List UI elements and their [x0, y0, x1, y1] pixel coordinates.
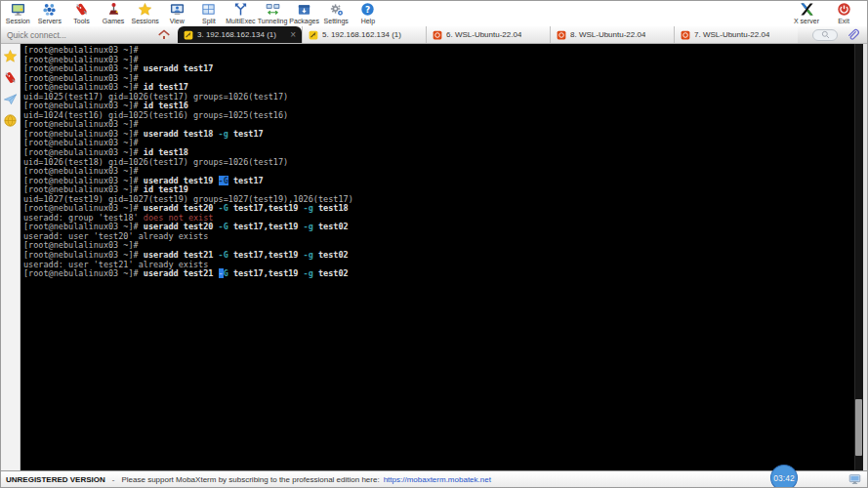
terminal-line: useradd: user 'test20' already exists [23, 232, 863, 242]
home-button[interactable] [153, 26, 175, 43]
toolbar-button-label: Session [6, 17, 30, 25]
toolbar-button-label: View [170, 17, 185, 25]
terminal-line: uid=1024(test16) gid=1025(test16) groups… [23, 111, 863, 121]
tabbar-extra [812, 26, 867, 43]
toolbar-button-label: Tools [73, 17, 89, 25]
x-server-icon [800, 2, 814, 17]
sessions-icon [138, 2, 152, 17]
toolbar-button-multiexec[interactable]: MultiExec [225, 1, 257, 25]
settings-icon [329, 2, 344, 17]
terminal-line: uid=1026(test18) gid=1026(test17) groups… [23, 158, 863, 168]
tab-label: 5. 192.168.162.134 (1) [322, 30, 401, 39]
svg-text:?: ? [365, 5, 370, 15]
toolbar-button-label: Games [103, 17, 125, 25]
toolbar-button-settings[interactable]: Settings [320, 1, 352, 25]
toolbar-button-label: Help [361, 17, 375, 25]
separator: - [112, 475, 115, 484]
toolbar-button-games[interactable]: Games [98, 1, 130, 25]
tab-7-wsl-ubuntu-22-04[interactable]: 7. WSL-Ubuntu-22.04 [674, 26, 798, 43]
tab-label: 8. WSL-Ubuntu-22.04 [570, 30, 645, 39]
tab-label: 7. WSL-Ubuntu-22.04 [694, 30, 769, 39]
ssh-session-icon [309, 30, 318, 40]
toolbar-button-label: MultiExec [226, 17, 255, 25]
toolbar-button-label: X server [794, 17, 819, 25]
toolbar-button-label: Servers [38, 17, 62, 25]
games-icon [106, 2, 121, 17]
tab-label: 3. 192.168.162.134 (1) [197, 30, 276, 39]
toolbar-button-sessions[interactable]: Sessions [129, 1, 161, 25]
scrollbar-thumb[interactable] [855, 399, 862, 456]
globe-icon[interactable] [3, 113, 18, 128]
terminal-line: [root@nebulalinux03 ~]# [23, 46, 863, 56]
toolbar-button-split[interactable]: Split [193, 1, 226, 25]
view-icon [170, 2, 185, 17]
left-sidebar [1, 44, 21, 470]
servers-icon [42, 2, 57, 17]
multiexec-icon [233, 2, 248, 17]
quick-connect-input[interactable] [1, 26, 147, 43]
tab-8-wsl-ubuntu-22-04[interactable]: 8. WSL-Ubuntu-22.04 [550, 26, 674, 43]
toolbar-button-exit[interactable]: Exit [825, 1, 862, 25]
toolbar-button-tools[interactable]: Tools [65, 1, 98, 25]
star-icon[interactable] [3, 49, 18, 63]
toolbar-button-label: Packages [289, 17, 319, 25]
mobaxterm-window: { "toolbar": { "items": [ {"label": "Ses… [0, 0, 868, 488]
session-tabs: 3. 192.168.162.134 (1)×5. 192.168.162.13… [175, 26, 798, 43]
paperclip-icon[interactable] [846, 28, 859, 42]
tunneling-icon [266, 2, 280, 17]
ssh-session-icon [184, 30, 193, 40]
toolbar-button-label: Sessions [131, 17, 158, 25]
toolbar-button-help[interactable]: ?Help [352, 1, 385, 25]
knife-icon[interactable] [3, 70, 18, 85]
toolbar-button-session[interactable]: Session [2, 1, 34, 25]
clock-widget: 03:42 [770, 465, 798, 488]
status-bar: UNREGISTERED VERSION - Please support Mo… [1, 470, 867, 487]
tab-label: 6. WSL-Ubuntu-22.04 [446, 30, 521, 39]
toolbar-button-label: Tunneling [258, 17, 288, 25]
tools-icon [74, 2, 89, 17]
tab-5-192-168-162-134-1[interactable]: 5. 192.168.162.134 (1) [302, 26, 426, 43]
paper-plane-icon[interactable] [3, 92, 18, 106]
toolbar-button-tunneling[interactable]: Tunneling [257, 1, 289, 25]
mobatek-link[interactable]: https://mobaxterm.mobatek.net [384, 475, 491, 484]
terminal-output: [root@nebulalinux03 ~]# [root@nebulalinu… [23, 46, 863, 279]
toolbar-button-label: Settings [324, 17, 349, 25]
tab-bar: 3. 192.168.162.134 (1)×5. 192.168.162.13… [1, 26, 867, 44]
tab-6-wsl-ubuntu-22-04[interactable]: 6. WSL-Ubuntu-22.04 [426, 26, 550, 43]
wsl-session-icon [681, 30, 690, 40]
search-icon [820, 29, 831, 40]
unregistered-version-label: UNREGISTERED VERSION [6, 475, 105, 484]
toolbar-left-group: SessionServersToolsGamesSessionsViewSpli… [2, 1, 384, 25]
home-icon [157, 28, 171, 41]
toolbar-button-servers[interactable]: Servers [34, 1, 66, 25]
main-toolbar: SessionServersToolsGamesSessionsViewSpli… [1, 1, 867, 26]
packages-icon [297, 2, 311, 17]
terminal-line: [root@nebulalinux03 ~]# useradd test18 -… [23, 130, 863, 140]
exit-icon [837, 2, 851, 17]
main-area: [root@nebulalinux03 ~]# [root@nebulalinu… [1, 44, 867, 470]
wsl-session-icon [433, 30, 442, 40]
status-message: Please support MobaXterm by subscribing … [121, 475, 379, 484]
tab-search-button[interactable] [812, 29, 838, 41]
terminal-line: [root@nebulalinux03 ~]# useradd test17 [23, 64, 863, 74]
terminal-line: [root@nebulalinux03 ~]# useradd test21 -… [23, 269, 863, 279]
toolbar-right-group: X serverExit [788, 1, 866, 25]
toolbar-button-view[interactable]: View [161, 1, 193, 25]
monitor-icon[interactable] [847, 472, 862, 486]
session-icon [11, 2, 25, 17]
terminal[interactable]: [root@nebulalinux03 ~]# [root@nebulalinu… [21, 44, 863, 470]
toolbar-button-label: Exit [838, 17, 849, 25]
help-icon: ? [360, 2, 375, 17]
split-icon [201, 2, 216, 17]
wsl-session-icon [557, 30, 566, 40]
scrollbar[interactable] [854, 44, 863, 470]
tab-close-icon[interactable]: × [290, 30, 296, 40]
toolbar-button-label: Split [202, 17, 216, 25]
toolbar-button-x-server[interactable]: X server [788, 1, 825, 25]
toolbar-button-packages[interactable]: Packages [288, 1, 320, 25]
tab-3-192-168-162-134-1[interactable]: 3. 192.168.162.134 (1)× [178, 26, 302, 43]
